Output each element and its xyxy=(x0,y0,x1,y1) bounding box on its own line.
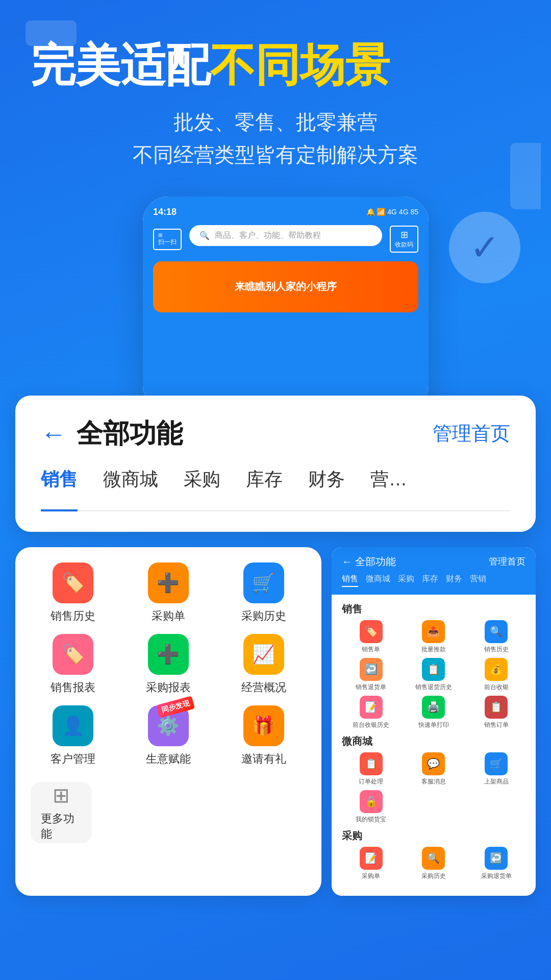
list-item: 📋 订单处理 xyxy=(342,752,400,786)
mini-customer-msg-icon[interactable]: 💬 xyxy=(422,752,445,775)
list-item: 💬 客服消息 xyxy=(405,752,463,786)
manage-home-link[interactable]: 管理首页 xyxy=(433,421,510,447)
purchase-report-label: 采购报表 xyxy=(146,680,191,695)
mini-back-button[interactable]: ← 全部功能 xyxy=(342,555,396,569)
mini-order-process-icon[interactable]: 📋 xyxy=(360,752,383,775)
list-item: 💰 前台收银 xyxy=(467,658,525,692)
tab-marketing[interactable]: 营… xyxy=(370,467,407,500)
phone-banner: 来瞧瞧别人家的小程序 xyxy=(153,261,418,312)
list-item: 🖨️ 快速单打印 xyxy=(405,696,463,729)
hero-section: 完美适配不同场景 批发、零售、批零兼营 不同经营类型皆有定制解决方案 xyxy=(0,0,551,171)
mini-wechat-title: 微商城 xyxy=(342,734,525,748)
mini-sales-sub-order-icon[interactable]: 📋 xyxy=(485,696,508,719)
mini-list-goods-icon[interactable]: 🛒 xyxy=(485,752,508,775)
check-icon: ✓ xyxy=(470,227,500,268)
mini-cashier-hist-label: 前台收银历史 xyxy=(353,721,389,729)
search-bar[interactable]: 🔍 商品、客户、功能、帮助教程 xyxy=(189,225,382,246)
purchase-report-icon[interactable]: ➕ xyxy=(148,634,189,675)
mini-manage-link[interactable]: 管理首页 xyxy=(489,555,525,568)
list-item: 👤 客户管理 xyxy=(31,705,116,767)
mini-bulk-push-icon[interactable]: 📤 xyxy=(422,620,445,643)
mini-sales-return-hist-icon[interactable]: 📋 xyxy=(422,658,445,681)
business-empower-label: 生意赋能 xyxy=(146,751,191,767)
feature-card-title: ← 全部功能 xyxy=(41,416,183,452)
sales-history-label: 销售历史 xyxy=(51,608,95,624)
mini-order-process-label: 订单处理 xyxy=(359,777,383,786)
mini-purchase-hist-icon[interactable]: 🔍 xyxy=(422,847,445,870)
mini-sales-order-icon[interactable]: 🏷️ xyxy=(360,620,383,643)
phone-status-icons: 🔔 📶 4G 4G 85 xyxy=(366,208,418,216)
feature-tabs: 销售 微商城 采购 库存 财务 营… xyxy=(41,467,510,511)
mini-tab-inventory[interactable]: 库存 xyxy=(422,574,438,587)
list-item: 🏷️ 销售报表 xyxy=(31,634,116,695)
mini-icon-grid-sales: 🏷️ 销售单 📤 批量推款 🔍 销售历史 ↩️ 销售退货单 📋 销售退货历史 💰 xyxy=(342,620,525,729)
mini-lock-goods-label: 我的锁货宝 xyxy=(356,815,386,824)
tab-wechat-shop[interactable]: 微商城 xyxy=(103,467,158,500)
search-input-placeholder[interactable]: 商品、客户、功能、帮助教程 xyxy=(215,230,321,241)
phone-mockup: 14:18 🔔 📶 4G 4G 85 ⊞ 扫一扫 🔍 商品、客户、功能、帮助教程… xyxy=(143,197,429,411)
mini-sales-title: 销售 xyxy=(342,602,525,616)
list-item: ↩️ 采购退货单 xyxy=(467,847,525,880)
business-overview-label: 经营概况 xyxy=(241,680,286,695)
purchase-order-label: 采购单 xyxy=(152,608,185,624)
business-overview-icon[interactable]: 📈 xyxy=(243,634,284,675)
tab-sales[interactable]: 销售 xyxy=(41,467,78,511)
list-item: 🛒 上架商品 xyxy=(467,752,525,786)
list-item: ⚙️ 同步发现 生意赋能 xyxy=(126,705,211,767)
sales-history-icon[interactable]: 🏷️ xyxy=(53,562,93,603)
mini-tab-finance[interactable]: 财务 xyxy=(446,574,462,587)
list-item: 📈 经营概况 xyxy=(221,634,306,695)
invite-gift-icon[interactable]: 🎁 xyxy=(243,705,284,746)
list-item: 🔍 采购历史 xyxy=(405,847,463,880)
mini-sales-return-icon[interactable]: ↩️ xyxy=(360,658,383,681)
sales-report-label: 销售报表 xyxy=(51,680,95,695)
list-item: 📋 销售退货历史 xyxy=(405,658,463,692)
list-item: 🎁 邀请有礼 xyxy=(221,705,306,767)
list-item: 📝 前台收银历史 xyxy=(342,696,400,729)
mini-quick-print-icon[interactable]: 🖨️ xyxy=(422,696,445,719)
mini-tabs: 销售 微商城 采购 库存 财务 营销 xyxy=(342,574,525,587)
mini-header-row: ← 全部功能 管理首页 xyxy=(342,555,525,569)
phone-area: ✓ 14:18 🔔 📶 4G 4G 85 ⊞ 扫一扫 🔍 商品、客户、功能、帮助… xyxy=(31,197,520,411)
bottom-section: 🏷️ 销售历史 ➕ 采购单 🛒 采购历史 🏷️ 销售报表 ➕ 采购报表 📈 xyxy=(15,547,536,896)
mini-cashier-hist-icon[interactable]: 📝 xyxy=(360,696,383,719)
scan-icon: ⊞ xyxy=(158,232,177,238)
tab-inventory[interactable]: 库存 xyxy=(246,467,283,500)
tab-finance[interactable]: 财务 xyxy=(308,467,345,500)
list-item: 🛒 采购历史 xyxy=(221,562,306,624)
purchase-history-icon[interactable]: 🛒 xyxy=(243,562,284,603)
mini-tab-wechat[interactable]: 微商城 xyxy=(366,574,390,587)
mini-lock-goods-icon[interactable]: 🔒 xyxy=(360,790,383,813)
customer-mgmt-label: 客户管理 xyxy=(51,751,95,767)
check-circle: ✓ xyxy=(449,212,520,283)
mini-sales-return-hist-label: 销售退货历史 xyxy=(415,683,452,692)
mini-sales-return-label: 销售退货单 xyxy=(356,683,386,692)
back-arrow-icon[interactable]: ← xyxy=(41,419,66,449)
list-item: 📋 销售订单 xyxy=(467,696,525,729)
scan-button[interactable]: ⊞ 扫一扫 xyxy=(153,229,182,250)
mini-tab-sales[interactable]: 销售 xyxy=(342,574,358,587)
mini-purchase-return-icon[interactable]: ↩️ xyxy=(485,847,508,870)
list-item: 📤 批量推款 xyxy=(405,620,463,654)
more-features-label: 更多功能 xyxy=(41,811,82,842)
left-phone-panel: 🏷️ 销售历史 ➕ 采购单 🛒 采购历史 🏷️ 销售报表 ➕ 采购报表 📈 xyxy=(15,547,321,896)
mini-customer-msg-label: 客服消息 xyxy=(421,777,446,786)
mini-cashier-icon[interactable]: 💰 xyxy=(485,658,508,681)
more-features-button[interactable]: ⊞ 更多功能 xyxy=(31,782,92,843)
mini-tab-purchase[interactable]: 采购 xyxy=(398,574,414,587)
mini-list-goods-label: 上架商品 xyxy=(484,777,509,786)
customer-mgmt-icon[interactable]: 👤 xyxy=(53,705,93,746)
mini-purchase-order-icon[interactable]: 📝 xyxy=(360,847,383,870)
phone-time: 14:18 xyxy=(153,207,177,217)
mini-sales-history-icon[interactable]: 🔍 xyxy=(485,620,508,643)
right-phone-panel: ← 全部功能 管理首页 销售 微商城 采购 库存 财务 营销 销售 🏷️ 销售单… xyxy=(332,547,536,896)
mini-sales-sub-order-label: 销售订单 xyxy=(484,721,509,729)
qr-button[interactable]: ⊞ 收款码 xyxy=(390,226,418,253)
mini-icon-grid-purchase: 📝 采购单 🔍 采购历史 ↩️ 采购退货单 xyxy=(342,847,525,880)
tab-purchase[interactable]: 采购 xyxy=(184,467,220,500)
mini-tab-marketing[interactable]: 营销 xyxy=(470,574,486,587)
sales-report-icon[interactable]: 🏷️ xyxy=(53,634,93,675)
feature-card-header: ← 全部功能 管理首页 xyxy=(41,416,510,452)
purchase-order-icon[interactable]: ➕ xyxy=(148,562,189,603)
mini-sales-order-label: 销售单 xyxy=(362,645,380,654)
